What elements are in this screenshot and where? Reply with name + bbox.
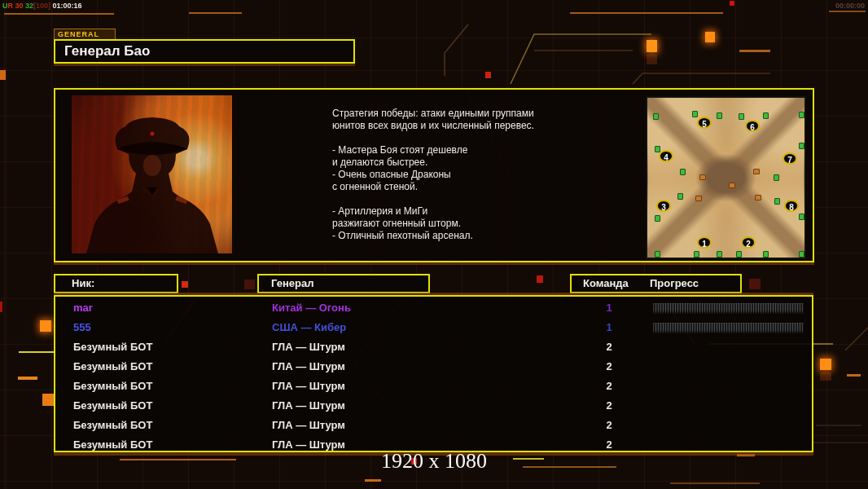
decor-square — [820, 372, 831, 381]
player-team: 2 — [598, 419, 620, 431]
general-silhouette — [72, 95, 232, 253]
decor-line — [365, 479, 381, 482]
start-position-marker: 3 — [656, 200, 671, 212]
table-row: 555США — Кибер1 — [55, 319, 812, 338]
briefing-line: - Очень опасные Драконы — [332, 169, 609, 181]
briefing-line — [332, 132, 609, 144]
column-header-progress: Прогресс — [650, 275, 699, 292]
decor-square — [537, 275, 543, 283]
start-position-marker: 1 — [697, 236, 712, 249]
status-segment: R — [8, 2, 15, 10]
player-name: Безумный БОТ — [73, 419, 152, 431]
supply-dot — [799, 251, 804, 258]
start-position-marker: 4 — [659, 150, 673, 162]
supply-dot — [799, 143, 804, 149]
table-row: marКитай — Огонь1 — [55, 299, 812, 319]
supply-dot — [717, 251, 722, 258]
briefing-line: с огненной стеной. — [332, 181, 609, 193]
decor-square — [42, 394, 55, 406]
network-status-overlay: UR 30 32[100] 01:00:16 — [2, 2, 82, 10]
decor-square — [0, 302, 2, 312]
player-team: 1 — [598, 321, 620, 333]
player-general: ГЛА — Штурм — [272, 419, 345, 431]
decor-square — [749, 279, 761, 289]
player-name: Безумный БОТ — [73, 360, 152, 372]
supply-dot — [692, 111, 698, 117]
player-general: ГЛА — Штурм — [272, 360, 345, 372]
column-header-team-progress: Команда Прогресс — [570, 274, 742, 293]
players-table: marКитай — Огонь1555США — Кибер1Безумный… — [54, 295, 813, 452]
briefing-line: Стратегия победы: атаки едиными группами — [332, 108, 609, 120]
player-name: Безумный БОТ — [73, 380, 152, 392]
tab-general: GENERAL — [54, 29, 116, 40]
briefing-line: - Мастера Боя стоят дешевле — [332, 144, 609, 156]
decor-line — [4, 13, 114, 15]
supply-dot — [655, 251, 660, 258]
decor-square — [485, 72, 491, 78]
decor-square — [0, 70, 6, 80]
column-header-general: Генерал — [257, 274, 430, 293]
status-segment: 01:00:16 — [53, 2, 82, 10]
player-name: mar — [73, 302, 93, 314]
table-row: Безумный БОТГЛА — Штурм2 — [55, 358, 812, 377]
player-name: Безумный БОТ — [73, 399, 152, 412]
page-title: Генерал Бао — [55, 41, 353, 62]
supply-dot — [799, 112, 804, 118]
player-progress-bar — [653, 323, 804, 333]
supply-dot — [799, 214, 804, 220]
player-general: ГЛА — Штурм — [272, 380, 345, 392]
tech-dot — [755, 195, 761, 200]
supply-dot — [736, 251, 742, 258]
status-segment: 30 — [15, 2, 26, 10]
decor-square — [820, 359, 831, 370]
start-position-marker: 7 — [783, 152, 797, 165]
supply-dot — [763, 251, 769, 258]
resolution-label: 1920 x 1080 — [0, 449, 868, 474]
map-terrain — [647, 98, 804, 258]
player-team: 2 — [598, 360, 620, 372]
decor-line — [670, 482, 760, 484]
status-segment: [100] — [33, 2, 53, 10]
decor-square — [244, 280, 255, 289]
player-name: Безумный БОТ — [73, 341, 152, 353]
tech-dot — [729, 183, 735, 188]
decor-square — [705, 32, 715, 42]
decor-line — [570, 12, 723, 14]
strategy-briefing-text: Стратегия победы: атаки едиными группами… — [332, 108, 609, 242]
status-segment: 32 — [25, 2, 33, 10]
decor-line — [739, 50, 770, 52]
briefing-line: - Отличный пехотный арсенал. — [332, 230, 609, 242]
decor-square — [182, 281, 188, 288]
start-position-marker: 8 — [784, 200, 799, 212]
decor-square — [40, 320, 51, 332]
player-general: ГЛА — Штурм — [272, 399, 345, 412]
supply-dot — [774, 198, 780, 205]
briefing-line — [332, 193, 609, 205]
supply-dot — [653, 113, 659, 120]
player-progress-bar — [653, 303, 804, 314]
column-header-team: Команда — [583, 275, 629, 292]
start-position-marker: 2 — [741, 236, 756, 249]
player-general: ГЛА — Штурм — [272, 341, 345, 353]
player-team: 1 — [598, 302, 620, 314]
column-header-nick: Ник: — [54, 274, 178, 293]
supply-dot — [763, 112, 769, 119]
table-row: Безумный БОТГЛА — Штурм2 — [55, 416, 812, 436]
decor-line — [847, 374, 861, 377]
supply-dot — [655, 146, 660, 152]
player-team: 2 — [598, 380, 620, 392]
decor-line — [189, 12, 242, 14]
supply-dot — [774, 174, 779, 181]
player-general: Китай — Огонь — [272, 302, 351, 314]
start-position-marker: 6 — [745, 120, 760, 132]
briefing-line: и делаются быстрее. — [332, 156, 609, 169]
player-team: 2 — [598, 399, 620, 412]
player-general: США — Кибер — [272, 321, 346, 333]
map-preview: 12345678 — [646, 96, 806, 259]
supply-dot — [655, 215, 660, 222]
table-row: Безумный БОТГЛА — Штурм2 — [55, 397, 812, 416]
loading-screen: UR 30 32[100] 01:00:16 00:00:00 GENERAL … — [0, 0, 868, 489]
decor-line — [18, 377, 37, 380]
general-title-box: Генерал Бао — [54, 39, 355, 64]
tech-dot — [695, 196, 702, 201]
